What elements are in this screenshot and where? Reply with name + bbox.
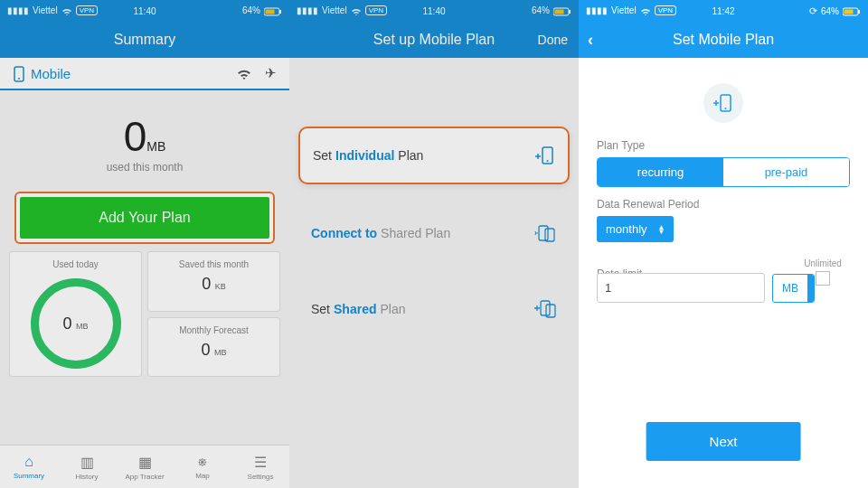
battery-icon [843, 5, 861, 15]
page-title: Summary [114, 32, 175, 48]
next-button[interactable]: Next [646, 422, 801, 461]
back-button[interactable]: ‹ [588, 31, 593, 50]
page-title: Set up Mobile Plan [373, 32, 495, 48]
status-bar: ▮▮▮▮ Viettel VPN 11:40 64% [0, 0, 289, 22]
connect-shared-icon [533, 222, 557, 244]
tab-settings[interactable]: ☰Settings [231, 446, 289, 488]
plan-form: Plan Type recurring pre-paid Data Renewa… [579, 58, 868, 303]
wifi-icon [640, 5, 651, 15]
plan-type-label: Plan Type [597, 139, 850, 152]
plan-type-segment: recurring pre-paid [597, 157, 850, 187]
wifi-icon [61, 5, 72, 15]
used-today-ring: 0 MB [31, 278, 121, 369]
stats-grid: Used today 0 MB Saved this month 0 KB Mo… [0, 244, 289, 377]
category-tabs: Mobile ✈ [0, 58, 289, 90]
unit-mb[interactable]: MB [773, 275, 807, 302]
roaming-tab-icon[interactable]: ✈ [265, 65, 277, 81]
bars-icon: ▥ [80, 454, 94, 471]
renewal-label: Data Renewal Period [597, 198, 850, 211]
usage-unit: MB [146, 139, 165, 154]
wifi-icon [351, 5, 362, 15]
battery-icon [553, 5, 571, 15]
svg-rect-11 [545, 229, 554, 241]
saved-unit: KB [215, 282, 226, 291]
list-icon: ☰ [254, 454, 267, 471]
usage-summary: 0MB used this month [0, 90, 289, 183]
signal-icon: ▮▮▮▮ [586, 5, 608, 15]
shared-icon [533, 298, 557, 320]
forecast-title: Monthly Forecast [154, 325, 274, 335]
unlimited-label: Unlimited [804, 258, 842, 268]
svg-point-12 [536, 232, 538, 234]
add-plan-button[interactable]: Add Your Plan [20, 197, 269, 239]
screen-set-mobile-plan: ▮▮▮▮ Viettel VPN 11:42 ⟳ 64% ‹ Set Mobil… [579, 0, 868, 488]
plan-type-prepaid[interactable]: pre-paid [723, 158, 849, 186]
forecast-value: 0 [202, 341, 211, 359]
unit-gb[interactable]: GB [807, 275, 815, 302]
svg-rect-13 [541, 301, 550, 315]
vpn-badge: VPN [365, 5, 387, 15]
page-title: Set Mobile Plan [673, 32, 774, 48]
add-plan-highlight: Add Your Plan [14, 192, 275, 244]
saved-value: 0 [202, 275, 211, 293]
tab-mobile[interactable]: Mobile [13, 64, 71, 81]
screen-summary: ▮▮▮▮ Viettel VPN 11:40 64% Summary Mobil… [0, 0, 289, 488]
plan-type-recurring[interactable]: recurring [598, 158, 723, 186]
navbar: Summary [0, 22, 289, 58]
unit-segment: MB GB [772, 274, 815, 303]
usage-subtitle: used this month [0, 161, 289, 174]
svg-rect-6 [555, 9, 564, 14]
vpn-badge: VPN [76, 5, 98, 15]
svg-rect-1 [266, 9, 275, 14]
navbar: Set up Mobile Plan Done [289, 22, 579, 58]
carrier-label: Viettel [611, 5, 637, 15]
plan-individual-row[interactable]: Set Individual Plan [298, 127, 570, 184]
svg-rect-7 [569, 10, 571, 14]
used-today-card[interactable]: Used today 0 MB [9, 251, 142, 377]
svg-rect-2 [279, 10, 281, 14]
tab-summary[interactable]: ⌂Summary [0, 446, 58, 488]
usage-value: 0 [124, 113, 147, 160]
carrier-label: Viettel [322, 5, 347, 15]
renewal-value: monthly [606, 222, 647, 236]
sync-icon: ⟳ [809, 5, 817, 17]
wifi-tab-icon[interactable] [236, 65, 252, 81]
screen-setup-plan: ▮▮▮▮ Viettel VPN 11:40 64% Set up Mobile… [289, 0, 579, 488]
svg-rect-16 [844, 9, 854, 14]
signal-icon: ▮▮▮▮ [7, 5, 29, 15]
svg-rect-17 [858, 10, 860, 14]
grid-icon: ▦ [138, 454, 152, 471]
plan-shared-row[interactable]: Set Shared Plan [298, 282, 570, 336]
status-bar: ▮▮▮▮ Viettel VPN 11:42 ⟳ 64% [579, 0, 868, 22]
tab-history[interactable]: ▥History [58, 446, 116, 488]
svg-point-19 [725, 108, 727, 109]
signal-icon: ▮▮▮▮ [297, 5, 318, 15]
tab-map[interactable]: ⎈Map [174, 446, 231, 488]
unlimited-checkbox[interactable] [816, 271, 830, 286]
forecast-unit: MB [214, 348, 227, 357]
saved-title: Saved this month [154, 259, 274, 269]
vpn-badge: VPN [655, 5, 676, 15]
data-limit-input[interactable] [597, 273, 765, 303]
saved-card[interactable]: Saved this month 0 KB [147, 251, 280, 312]
renewal-select[interactable]: monthly ▲▼ [597, 216, 674, 242]
used-today-title: Used today [52, 259, 99, 269]
plan-header-icon [597, 83, 850, 123]
home-icon: ⌂ [24, 454, 33, 470]
forecast-card[interactable]: Monthly Forecast 0 MB [147, 317, 280, 378]
tab-mobile-label: Mobile [31, 66, 71, 81]
carrier-label: Viettel [33, 5, 58, 15]
bottom-tabbar: ⌂Summary ▥History ▦App Tracker ⎈Map ☰Set… [0, 445, 289, 488]
battery-pct: 64% [821, 6, 839, 16]
battery-icon [264, 5, 282, 15]
pin-icon: ⎈ [198, 454, 207, 470]
battery-pct: 64% [532, 5, 550, 15]
chevron-updown-icon: ▲▼ [658, 225, 665, 234]
done-button[interactable]: Done [538, 33, 568, 47]
navbar: ‹ Set Mobile Plan [579, 22, 868, 58]
status-bar: ▮▮▮▮ Viettel VPN 11:40 64% [289, 0, 579, 22]
add-phone-icon [533, 145, 555, 166]
plan-connect-shared-row[interactable]: Connect to Shared Plan [298, 206, 570, 260]
tab-apptracker[interactable]: ▦App Tracker [116, 446, 174, 488]
used-today-unit: MB [76, 322, 89, 331]
